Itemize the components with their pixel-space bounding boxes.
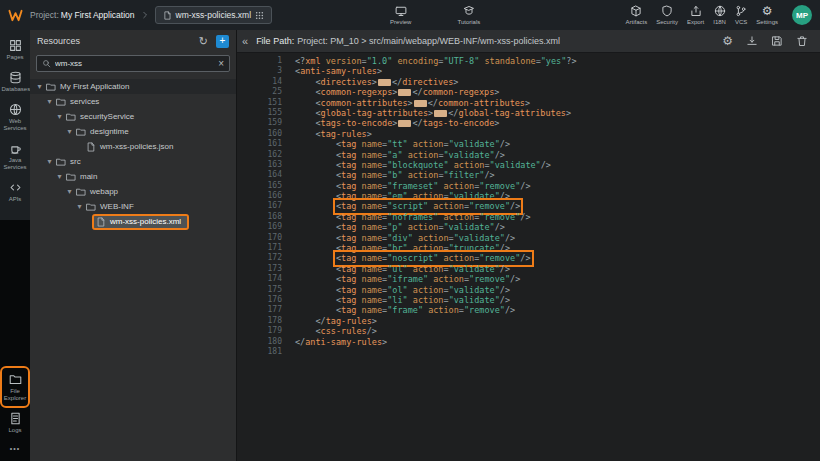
code-line-text[interactable]: <tag name="p" action="validate"/> — [336, 222, 505, 232]
item-label: Java Services — [2, 157, 29, 171]
code-line-text[interactable]: <tag name="ol" action="validate"/> — [336, 285, 510, 295]
code-line: 160 <tag-rules> — [237, 129, 820, 139]
sidebar-item-java-services[interactable]: Java Services — [2, 137, 28, 175]
search-input[interactable] — [55, 59, 214, 68]
code-line-text[interactable]: <global-tag-attributes></global-tag-attr… — [315, 108, 571, 118]
tree-item-wm-xss-policies-xml[interactable]: wm-xss-policies.xml — [30, 214, 236, 229]
chevron-down-icon[interactable]: ▾ — [65, 128, 74, 136]
code-line-text[interactable]: <tag name="a" action="validate"/> — [336, 150, 505, 160]
tree-item-services[interactable]: ▾services — [30, 94, 236, 109]
code-line-text[interactable]: <?xml version="1.0" encoding="UTF-8" sta… — [295, 56, 577, 66]
collapse-panel-icon[interactable]: « — [242, 36, 248, 47]
tree-item-src[interactable]: ▾src — [30, 154, 236, 169]
code-line-text[interactable]: <tag name="tt" action="validate"/> — [336, 139, 510, 149]
folded-code-placeholder[interactable] — [398, 120, 411, 127]
topbar-item-tutorials[interactable]: Tutorials — [457, 5, 480, 25]
chevron-down-icon[interactable]: ▾ — [55, 113, 64, 121]
sidebar-item-apis[interactable]: APIs — [2, 176, 28, 207]
folded-code-placeholder[interactable] — [378, 79, 391, 86]
code-line-text[interactable]: <anti-samy-rules> — [295, 66, 382, 76]
open-file-tab[interactable]: wm-xss-policies.xml — [155, 6, 273, 24]
code-line-text[interactable]: <tag name="frame" action="remove"/> — [336, 305, 515, 315]
tree-item-my-first-application[interactable]: ▾My First Application — [30, 79, 236, 94]
code-line-text[interactable]: <tag name="br" action="truncate"/> — [336, 243, 510, 253]
tree-entry[interactable]: services — [54, 96, 105, 108]
code-line-text[interactable]: <common-attributes></common-attributes> — [315, 98, 530, 108]
chevron-down-icon[interactable]: ▾ — [65, 188, 74, 196]
file-path-value: Project: PM_10 > src/main/webapp/WEB-INF… — [297, 36, 560, 46]
tree-item-designtime[interactable]: ▾designtime — [30, 124, 236, 139]
download-icon[interactable] — [746, 35, 758, 47]
folder-icon — [76, 187, 86, 197]
topbar-item-export[interactable]: Export — [687, 5, 704, 25]
tree-item-securityservice[interactable]: ▾securityService — [30, 109, 236, 124]
folded-code-placeholder[interactable] — [434, 110, 447, 117]
export-icon — [690, 5, 702, 17]
code-line-text[interactable]: <tag name="ul" action="validate"/> — [336, 264, 510, 274]
tree-entry[interactable]: WEB-INF — [84, 201, 140, 213]
code-line-text[interactable]: </tag-rules> — [315, 316, 376, 326]
code-line-text[interactable]: <common-regexps></common-regexps> — [315, 87, 499, 97]
tree-entry[interactable]: designtime — [74, 126, 135, 138]
code-editor[interactable]: 1<?xml version="1.0" encoding="UTF-8" st… — [237, 53, 820, 461]
add-resource-button[interactable]: + — [216, 35, 229, 48]
tree-entry[interactable]: wm-xss-policies.json — [84, 141, 179, 153]
tree-item-label: designtime — [90, 127, 129, 136]
code-line-text-highlighted[interactable]: <tag name="noscript" action="remove"/> — [336, 253, 531, 263]
folded-code-placeholder[interactable] — [398, 89, 411, 96]
grid-icon[interactable] — [255, 11, 264, 20]
tree-entry[interactable]: securityService — [64, 111, 140, 123]
gear-icon[interactable]: ⚙ — [722, 35, 733, 47]
chevron-down-icon[interactable]: ▾ — [55, 173, 64, 181]
wavemaker-logo[interactable] — [6, 6, 24, 24]
topbar-item-security[interactable]: Security — [656, 5, 678, 25]
code-line-text[interactable]: <css-rules/> — [315, 326, 376, 336]
topbar-item-artifacts[interactable]: Artifacts — [626, 5, 648, 25]
chevron-down-icon[interactable]: ▾ — [45, 98, 54, 106]
folded-code-placeholder[interactable] — [414, 100, 427, 107]
tree-item-web-inf[interactable]: ▾WEB-INF — [30, 199, 236, 214]
code-line-text[interactable]: <tag name="li" action="validate"/> — [336, 295, 510, 305]
code-line-text[interactable]: <tag name="div" action="validate"/> — [336, 233, 515, 243]
topbar-item-vcs[interactable]: VCS — [735, 5, 747, 25]
code-line-text[interactable]: <tag-rules> — [315, 129, 371, 139]
tree-entry[interactable]: main — [64, 171, 103, 183]
trash-icon[interactable] — [796, 35, 808, 47]
sidebar-more-button[interactable]: ••• — [0, 439, 30, 461]
code-line-text[interactable]: <tag name="iframe" action="remove"/> — [336, 274, 520, 284]
tree-item-webapp[interactable]: ▾webapp — [30, 184, 236, 199]
sidebar-item-pages[interactable]: Pages — [2, 34, 28, 65]
code-line: 168 <tag name="noframes" action="remove"… — [237, 212, 820, 222]
topbar-item-i18n[interactable]: I18N — [713, 5, 726, 25]
refresh-icon[interactable]: ↻ — [199, 36, 208, 47]
code-line-text[interactable]: </anti-samy-rules> — [295, 337, 387, 347]
topbar-item-settings[interactable]: ⚙Settings — [756, 5, 778, 25]
code-line-text[interactable]: <tag name="noframes" action="remove"/> — [336, 212, 531, 222]
code-line-text[interactable]: <tag name="blockquote" action="validate"… — [336, 160, 551, 170]
code-line-text-highlighted[interactable]: <tag name="script" action="remove"/> — [336, 201, 520, 211]
tree-item-main[interactable]: ▾main — [30, 169, 236, 184]
tree-entry[interactable]: wm-xss-policies.xml — [94, 216, 187, 228]
chevron-down-icon[interactable]: ▾ — [35, 83, 44, 91]
tree-entry[interactable]: My First Application — [44, 81, 135, 93]
user-avatar[interactable]: MP — [792, 5, 812, 25]
code-line-text[interactable]: <tag name="frameset" action="remove"/> — [336, 181, 531, 191]
save-icon[interactable] — [771, 35, 783, 47]
topbar-item-preview[interactable]: Preview — [390, 5, 411, 25]
chevron-down-icon[interactable]: ▾ — [45, 158, 54, 166]
pages-icon — [9, 39, 22, 52]
code-line-text[interactable]: <directives></directives> — [315, 77, 458, 87]
code-line-text[interactable]: <tag name="em" action="validate"/> — [336, 191, 510, 201]
tree-item-wm-xss-policies-json[interactable]: wm-xss-policies.json — [30, 139, 236, 154]
editor-pane: « File Path:Project: PM_10 > src/main/we… — [237, 30, 820, 461]
chevron-down-icon[interactable]: ▾ — [75, 203, 84, 211]
sidebar-item-file-explorer[interactable]: File Explorer — [2, 368, 28, 406]
clear-search-icon[interactable]: × — [218, 59, 224, 69]
tree-entry[interactable]: webapp — [74, 186, 124, 198]
tree-entry[interactable]: src — [54, 156, 87, 168]
code-line-text[interactable]: <tags-to-encode></tags-to-encode> — [315, 118, 499, 128]
sidebar-item-databases[interactable]: Databases — [2, 66, 28, 97]
sidebar-item-logs[interactable]: Logs — [2, 407, 28, 438]
code-line-text[interactable]: <tag name="b" action="filter"/> — [336, 170, 495, 180]
sidebar-item-web-services[interactable]: Web Services — [2, 98, 28, 136]
